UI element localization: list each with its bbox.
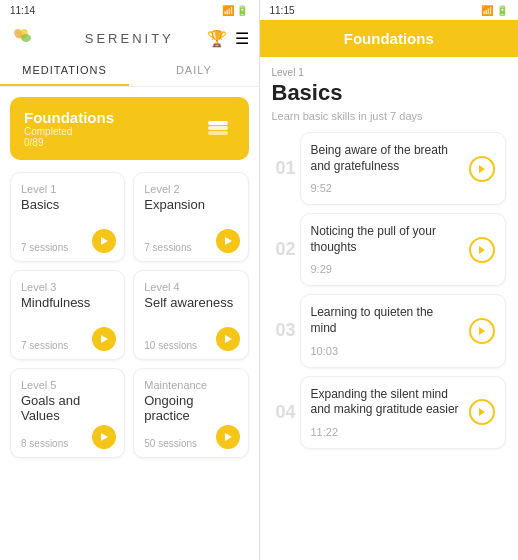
session-title-2: Noticing the pull of your thoughts	[311, 224, 462, 255]
status-bar-right: 11:15 📶 🔋	[260, 0, 519, 20]
left-content: Foundations Completed 0/89 Level 1 Basic…	[0, 87, 259, 560]
svg-marker-13	[479, 246, 485, 254]
session-duration-4: 11:22	[311, 426, 462, 438]
svg-rect-4	[208, 126, 228, 130]
time-left: 11:14	[10, 5, 35, 16]
session-info-3: Learning to quieten the mind 10:03	[311, 305, 462, 356]
section-title: Basics	[272, 80, 507, 106]
session-card-2[interactable]: Noticing the pull of your thoughts 9:29	[300, 213, 507, 286]
session-info-2: Noticing the pull of your thoughts 9:29	[311, 224, 462, 275]
app-logo	[10, 27, 32, 49]
left-panel: 11:14 📶 🔋 SERENITY 🏆 ☰ MEDITATIONS DAILY…	[0, 0, 259, 560]
level-name-4: Level 4	[144, 281, 237, 293]
level-label: Level 1	[272, 67, 507, 78]
tab-meditations[interactable]: MEDITATIONS	[0, 56, 129, 86]
banner-text: Foundations Completed 0/89	[24, 109, 114, 148]
session-play-btn-4[interactable]	[469, 399, 495, 425]
play-btn-2[interactable]	[216, 229, 240, 253]
session-play-btn-2[interactable]	[469, 237, 495, 263]
level-title-3: Mindfulness	[21, 295, 114, 310]
play-btn-4[interactable]	[216, 327, 240, 351]
svg-marker-6	[101, 237, 108, 245]
level-card-2[interactable]: Level 2 Expansion 7 sessions	[133, 172, 248, 262]
session-card-1[interactable]: Being aware of the breath and gratefulne…	[300, 132, 507, 205]
session-card-4[interactable]: Expanding the silent mind and making gra…	[300, 376, 507, 449]
svg-marker-12	[479, 165, 485, 173]
session-title-3: Learning to quieten the mind	[311, 305, 462, 336]
session-play-btn-1[interactable]	[469, 156, 495, 182]
app-header: SERENITY 🏆 ☰	[0, 20, 259, 56]
svg-rect-5	[208, 121, 228, 125]
svg-marker-11	[225, 433, 232, 441]
session-number-4: 04	[272, 402, 300, 423]
level-title-maintenance: Ongoing practice	[144, 393, 237, 423]
level-card-1[interactable]: Level 1 Basics 7 sessions	[10, 172, 125, 262]
level-card-5[interactable]: Level 5 Goals and Values 8 sessions	[10, 368, 125, 458]
session-play-btn-3[interactable]	[469, 318, 495, 344]
session-number-3: 03	[272, 320, 300, 341]
session-number-1: 01	[272, 158, 300, 179]
foundations-header-title: Foundations	[274, 30, 505, 47]
session-row-1: 01 Being aware of the breath and gratefu…	[272, 132, 507, 205]
session-row-2: 02 Noticing the pull of your thoughts 9:…	[272, 213, 507, 286]
levels-grid: Level 1 Basics 7 sessions Level 2 Expans…	[10, 172, 249, 458]
right-content: Level 1 Basics Learn basic skills in jus…	[260, 57, 519, 560]
menu-icon[interactable]: ☰	[235, 29, 249, 48]
svg-marker-10	[101, 433, 108, 441]
session-info-1: Being aware of the breath and gratefulne…	[311, 143, 462, 194]
level-card-3[interactable]: Level 3 Mindfulness 7 sessions	[10, 270, 125, 360]
level-title-4: Self awareness	[144, 295, 237, 310]
session-title-1: Being aware of the breath and gratefulne…	[311, 143, 462, 174]
tab-daily[interactable]: DAILY	[129, 56, 258, 86]
play-btn-maintenance[interactable]	[216, 425, 240, 449]
level-title-2: Expansion	[144, 197, 237, 212]
foundations-banner[interactable]: Foundations Completed 0/89	[10, 97, 249, 160]
session-info-4: Expanding the silent mind and making gra…	[311, 387, 462, 438]
svg-marker-8	[101, 335, 108, 343]
session-card-3[interactable]: Learning to quieten the mind 10:03	[300, 294, 507, 367]
status-bar-left: 11:14 📶 🔋	[0, 0, 259, 20]
level-name-2: Level 2	[144, 183, 237, 195]
session-duration-1: 9:52	[311, 182, 462, 194]
level-title-1: Basics	[21, 197, 114, 212]
status-icons-right: 📶 🔋	[481, 5, 508, 16]
session-duration-2: 9:29	[311, 263, 462, 275]
svg-point-2	[21, 34, 31, 42]
svg-marker-9	[225, 335, 232, 343]
time-right: 11:15	[270, 5, 295, 16]
session-title-4: Expanding the silent mind and making gra…	[311, 387, 462, 418]
session-list: 01 Being aware of the breath and gratefu…	[272, 132, 507, 457]
level-name-maintenance: Maintenance	[144, 379, 237, 391]
session-row-3: 03 Learning to quieten the mind 10:03	[272, 294, 507, 367]
trophy-icon[interactable]: 🏆	[207, 29, 227, 48]
banner-title: Foundations	[24, 109, 114, 126]
session-duration-3: 10:03	[311, 345, 462, 357]
nav-tabs: MEDITATIONS DAILY	[0, 56, 259, 87]
foundations-header: Foundations	[260, 20, 519, 57]
right-panel: 11:15 📶 🔋 Foundations Level 1 Basics Lea…	[260, 0, 519, 560]
svg-marker-15	[479, 408, 485, 416]
level-card-4[interactable]: Level 4 Self awareness 10 sessions	[133, 270, 248, 360]
level-name-5: Level 5	[21, 379, 114, 391]
app-title: SERENITY	[85, 31, 174, 46]
svg-marker-7	[225, 237, 232, 245]
svg-rect-3	[208, 131, 228, 135]
header-icons: 🏆 ☰	[207, 29, 249, 48]
level-card-maintenance[interactable]: Maintenance Ongoing practice 50 sessions	[133, 368, 248, 458]
level-title-5: Goals and Values	[21, 393, 114, 423]
stack-icon	[201, 112, 235, 146]
status-icons-left: 📶 🔋	[222, 5, 249, 16]
svg-marker-14	[479, 327, 485, 335]
session-number-2: 02	[272, 239, 300, 260]
level-name-3: Level 3	[21, 281, 114, 293]
session-row-4: 04 Expanding the silent mind and making …	[272, 376, 507, 449]
banner-subtitle: Completed	[24, 126, 114, 137]
banner-progress: 0/89	[24, 137, 114, 148]
level-name-1: Level 1	[21, 183, 114, 195]
section-desc: Learn basic skills in just 7 days	[272, 110, 507, 122]
